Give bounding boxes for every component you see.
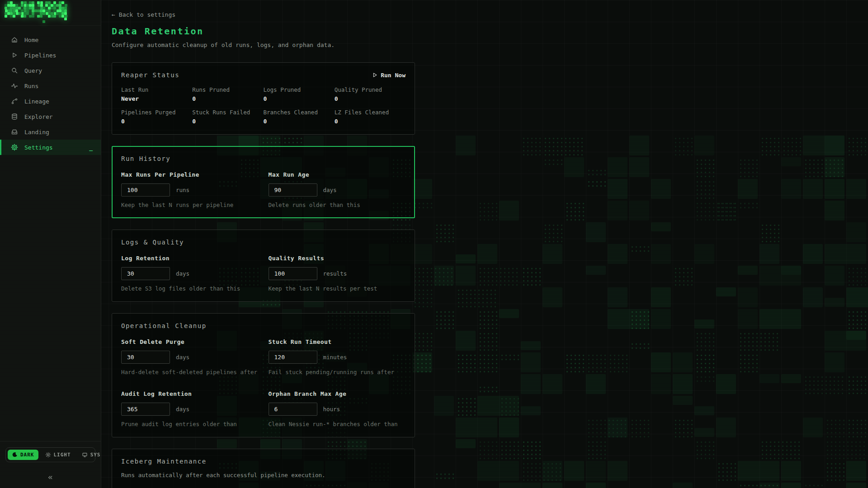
field-help: Hard-delete soft-deleted pipelines after [121, 369, 259, 375]
field-help: Prune audit log entries older than [121, 421, 259, 427]
run-now-label: Run Now [381, 72, 406, 79]
sidebar-nav: Home Pipelines Query Runs Lineage [0, 26, 101, 155]
field-unit: hours [323, 406, 340, 413]
quality-results-input[interactable] [269, 267, 317, 280]
back-to-settings-link[interactable]: ← Back to settings [112, 11, 175, 18]
theme-toggle: DARK LIGHT SYS [5, 447, 95, 462]
sidebar-item-settings[interactable]: Settings _ [0, 140, 101, 155]
theme-sys-label: SYS [90, 452, 101, 458]
field-help: Keep the last N results per test [269, 285, 406, 292]
card-title: Run History [121, 155, 406, 162]
field-unit: days [176, 354, 189, 361]
logo-area [0, 0, 101, 26]
sidebar-item-query[interactable]: Query [0, 63, 101, 78]
sidebar-item-label: Query [24, 67, 42, 74]
reaper-status-card: Reaper Status Run Now Last Run Never Run… [112, 62, 415, 135]
sidebar-item-home[interactable]: Home [0, 32, 101, 47]
sidebar-item-lineage[interactable]: Lineage [0, 94, 101, 109]
logs-quality-card: Logs & Quality Log Retention days Delete… [112, 230, 415, 302]
page-title: Data Retention [112, 26, 427, 37]
sidebar-item-label: Landing [24, 129, 49, 136]
sun-icon [45, 452, 51, 458]
stat-quality-pruned: Quality Pruned 0 [335, 86, 406, 102]
gear-icon [11, 144, 18, 151]
stat-lz-files-cleaned: LZ Files Cleaned 0 [335, 109, 406, 125]
field-help: Delete S3 log files older than this [121, 285, 259, 292]
audit-log-retention-input[interactable] [121, 403, 170, 416]
sidebar-item-pipelines[interactable]: Pipelines [0, 47, 101, 63]
sidebar-item-landing[interactable]: Landing [0, 124, 101, 140]
field-stuck-run-timeout: Stuck Run Timeout minutes Fail stuck pen… [269, 338, 406, 375]
stat-logs-pruned: Logs Pruned 0 [264, 86, 335, 102]
sidebar-item-label: Pipelines [24, 52, 56, 59]
card-title: Reaper Status [121, 71, 179, 79]
field-log-retention: Log Retention days Delete S3 log files o… [121, 255, 259, 292]
main-content: ← Back to settings Data Retention Config… [101, 0, 427, 488]
sidebar-item-label: Settings [24, 144, 53, 151]
database-icon [11, 113, 18, 120]
field-unit: results [323, 270, 347, 277]
run-now-button[interactable]: Run Now [372, 72, 406, 79]
field-audit-log-retention: Audit Log Retention days Prune audit log… [121, 390, 259, 427]
field-quality-results: Quality Results results Keep the last N … [269, 255, 406, 292]
sidebar-item-runs[interactable]: Runs [0, 78, 101, 94]
stat-branches-cleaned: Branches Cleaned 0 [264, 109, 335, 125]
theme-light-label: LIGHT [54, 452, 71, 458]
field-unit: days [323, 187, 337, 193]
divider [0, 441, 101, 441]
theme-sys-button[interactable]: SYS [78, 450, 105, 460]
sidebar-collapse-button[interactable]: « [48, 472, 53, 482]
max-run-age-input[interactable] [269, 183, 317, 197]
log-retention-input[interactable] [121, 267, 170, 280]
sidebar-footer: DARK LIGHT SYS « [0, 441, 101, 488]
iceberg-maintenance-card: Iceberg Maintenance Runs automatically a… [112, 449, 415, 488]
stat-stuck-runs-failed: Stuck Runs Failed 0 [192, 109, 263, 125]
sidebar-item-label: Home [24, 37, 38, 43]
card-title: Iceberg Maintenance [121, 458, 406, 465]
page-subtitle: Configure automatic cleanup of old runs,… [112, 42, 427, 48]
card-title: Logs & Quality [121, 239, 406, 246]
theme-dark-label: DARK [20, 452, 34, 458]
stat-last-run: Last Run Never [121, 86, 192, 102]
field-help: Fail stuck pending/running runs after [269, 369, 406, 375]
run-history-card: Run History Max Runs Per Pipeline runs K… [112, 146, 415, 218]
theme-dark-button[interactable]: DARK [8, 450, 38, 460]
back-link-label: Back to settings [119, 11, 175, 18]
monitor-icon [82, 452, 88, 458]
operational-cleanup-card: Operational Cleanup Soft Delete Purge da… [112, 313, 415, 437]
field-unit: runs [176, 187, 189, 193]
field-unit: days [176, 406, 189, 413]
search-icon [11, 67, 18, 74]
field-help: Clean Nessie run-* branches older than [269, 421, 406, 427]
branch-icon [11, 98, 18, 105]
field-help: Keep the last N runs per pipeline [121, 202, 259, 208]
stat-pipelines-purged: Pipelines Purged 0 [121, 109, 192, 125]
field-max-runs-per-pipeline: Max Runs Per Pipeline runs Keep the last… [121, 171, 259, 208]
field-unit: days [176, 270, 189, 277]
field-soft-delete-purge: Soft Delete Purge days Hard-delete soft-… [121, 338, 259, 375]
sidebar: Home Pipelines Query Runs Lineage [0, 0, 101, 488]
sidebar-item-explorer[interactable]: Explorer [0, 109, 101, 124]
field-help: Delete runs older than this [269, 202, 406, 208]
card-subtitle: Runs automatically after each successful… [121, 472, 406, 479]
pixel-art-logo[interactable] [5, 1, 72, 25]
home-icon [11, 36, 18, 43]
activity-icon [11, 82, 18, 89]
stat-runs-pruned: Runs Pruned 0 [192, 86, 263, 102]
soft-delete-purge-input[interactable] [121, 351, 170, 364]
orphan-branch-max-age-input[interactable] [269, 403, 317, 416]
arrow-left-icon: ← [112, 11, 115, 18]
active-cursor: _ [89, 144, 93, 151]
sidebar-item-label: Lineage [24, 98, 49, 105]
field-max-run-age: Max Run Age days Delete runs older than … [269, 171, 406, 208]
max-runs-per-pipeline-input[interactable] [121, 183, 170, 197]
stuck-run-timeout-input[interactable] [269, 351, 317, 364]
play-icon [11, 52, 18, 59]
inbox-icon [11, 128, 18, 136]
theme-light-button[interactable]: LIGHT [41, 450, 75, 460]
moon-icon [12, 452, 18, 458]
sidebar-item-label: Explorer [24, 113, 53, 120]
sidebar-item-label: Runs [24, 83, 38, 89]
card-title: Operational Cleanup [121, 322, 406, 329]
field-orphan-branch-max-age: Orphan Branch Max Age hours Clean Nessie… [269, 390, 406, 427]
